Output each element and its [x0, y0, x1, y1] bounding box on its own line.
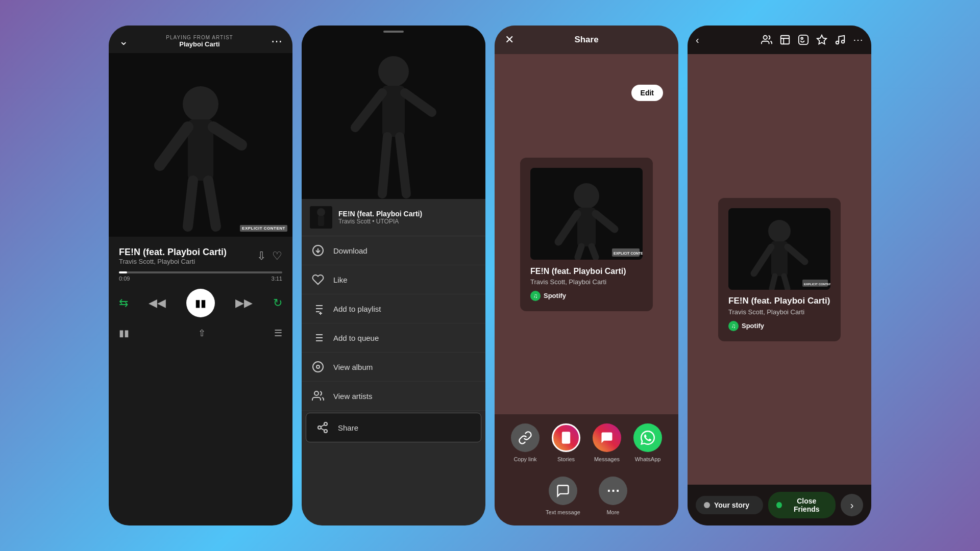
svg-line-67: [784, 276, 788, 289]
forward-button[interactable]: ›: [841, 494, 863, 516]
share-sheet-panel: ✕ Share Edit EXPLICIT CONTENT FE!: [495, 26, 678, 525]
svg-text:EXPLICIT CONTENT: EXPLICIT CONTENT: [804, 283, 830, 286]
share-card: EXPLICIT CONTENT FE!N (feat. Playboi Car…: [520, 158, 653, 311]
music-nav-icon[interactable]: [835, 34, 846, 45]
share-apps-row-1: Copy link Stories Messages WhatsApp: [495, 414, 678, 471]
share-button[interactable]: ⇧: [198, 328, 206, 339]
progress-bar-area: 0:09 3:11: [109, 269, 292, 284]
svg-point-34: [313, 362, 323, 372]
menu-item-share[interactable]: Share: [306, 413, 481, 442]
svg-rect-57: [799, 35, 808, 44]
close-friends-button[interactable]: Close Friends: [768, 492, 836, 518]
messages-label: Messages: [594, 456, 620, 462]
edit-button[interactable]: Edit: [631, 85, 663, 101]
more-options-icon[interactable]: ⋯: [271, 35, 282, 48]
whatsapp-icon: [633, 423, 662, 452]
context-album-art: [302, 26, 485, 199]
context-song-subtitle: Travis Scott • UTOPIA: [338, 218, 422, 225]
share-spotify-logo: ♫ Spotify: [530, 291, 643, 301]
share-app-messages[interactable]: Messages: [593, 423, 621, 462]
text-nav-icon[interactable]: [779, 34, 791, 45]
story-spotify-icon: ♫: [728, 321, 739, 331]
share-app-stories[interactable]: Stories: [552, 423, 580, 462]
prev-button[interactable]: ◀◀: [149, 296, 166, 310]
share-close-button[interactable]: ✕: [505, 33, 514, 46]
context-song-header: FE!N (feat. Playboi Carti) Travis Scott …: [302, 199, 485, 236]
playing-info: PLAYING FROM ARTIST Playboi Carti: [166, 35, 233, 48]
shuffle-button[interactable]: ⇆: [119, 296, 128, 310]
playing-from-label: PLAYING FROM ARTIST: [166, 35, 233, 40]
menu-item-like[interactable]: Like: [302, 265, 485, 294]
share-card-area: Edit EXPLICIT CONTENT FE!N (feat. Playbo…: [495, 54, 678, 414]
svg-point-37: [324, 422, 327, 425]
copy-link-icon: [511, 423, 540, 452]
svg-point-59: [836, 41, 839, 44]
story-card-title: FE!N (feat. Playboi Carti): [728, 296, 830, 306]
view-album-menu-icon: [312, 361, 324, 373]
share-app-text-message[interactable]: Text message: [546, 477, 580, 515]
stories-icon: [552, 423, 580, 452]
share-app-whatsapp[interactable]: WhatsApp: [633, 423, 662, 462]
chevron-down-icon[interactable]: ⌄: [119, 35, 128, 48]
more-nav-icon[interactable]: ⋯: [853, 34, 863, 46]
cast-button[interactable]: ▮▮: [119, 328, 129, 339]
svg-line-40: [321, 429, 325, 431]
like-menu-icon: [312, 273, 324, 286]
svg-point-58: [801, 37, 803, 39]
svg-point-60: [842, 40, 845, 43]
menu-item-view-album[interactable]: View album: [302, 353, 485, 382]
repeat-button[interactable]: ↻: [273, 296, 282, 310]
svg-point-62: [768, 220, 791, 242]
next-button[interactable]: ▶▶: [235, 296, 253, 310]
messages-icon: [593, 423, 621, 452]
text-message-label: Text message: [546, 509, 580, 515]
time-total: 3:11: [272, 276, 282, 282]
your-story-button[interactable]: Your story: [696, 496, 763, 514]
share-apps-row-2: Text message ⋯ More: [495, 471, 678, 525]
menu-item-add-queue[interactable]: Add to queue: [302, 323, 485, 353]
effects-nav-icon[interactable]: [816, 34, 827, 45]
album-art: EXPLICIT CONTENT: [109, 53, 292, 237]
album-art-svg: [109, 53, 292, 237]
share-menu-label: Share: [338, 423, 358, 432]
like-menu-label: Like: [333, 276, 348, 284]
svg-point-36: [314, 391, 318, 395]
progress-track[interactable]: [119, 271, 282, 273]
share-card-title: FE!N (feat. Playboi Carti): [530, 267, 643, 276]
share-app-copy-link[interactable]: Copy link: [511, 423, 540, 462]
svg-text:EXPLICIT CONTENT: EXPLICIT CONTENT: [614, 252, 643, 255]
menu-item-download[interactable]: Download: [302, 236, 485, 265]
story-card: EXPLICIT CONTENT FE!N (feat. Playboi Car…: [718, 198, 841, 341]
share-app-more[interactable]: ⋯ More: [599, 477, 627, 515]
like-icon[interactable]: ♡: [272, 249, 282, 263]
share-card-art: EXPLICIT CONTENT: [530, 168, 643, 260]
menu-item-view-artists[interactable]: View artists: [302, 382, 485, 411]
drag-handle[interactable]: [383, 31, 404, 33]
people-nav-icon[interactable]: [761, 34, 772, 45]
queue-button[interactable]: ☰: [274, 328, 282, 339]
svg-line-47: [578, 246, 581, 257]
svg-line-7: [188, 181, 193, 227]
download-menu-icon: [312, 244, 324, 257]
story-content-area: EXPLICIT CONTENT FE!N (feat. Playboi Car…: [688, 54, 871, 485]
whatsapp-label: WhatsApp: [635, 456, 661, 462]
share-sheet-title: Share: [574, 35, 598, 45]
sticker-nav-icon[interactable]: [798, 34, 809, 45]
progress-fill: [119, 271, 127, 273]
progress-times: 0:09 3:11: [119, 276, 282, 282]
view-artists-menu-label: View artists: [333, 392, 372, 400]
close-friends-label: Close Friends: [786, 497, 827, 513]
pause-button[interactable]: ▮▮: [186, 289, 215, 317]
menu-item-add-playlist[interactable]: Add to playlist: [302, 294, 485, 323]
story-card-art: EXPLICIT CONTENT: [728, 208, 830, 290]
player-actions: ⇩ ♡: [257, 249, 282, 263]
share-sheet-header: ✕ Share: [495, 26, 678, 54]
song-title: FE!N (feat. Playboi Carti): [119, 247, 227, 258]
add-queue-menu-icon: [312, 332, 324, 344]
download-icon[interactable]: ⇩: [257, 249, 266, 263]
svg-rect-51: [562, 432, 570, 443]
bottom-controls: ▮▮ ⇧ ☰: [109, 322, 292, 349]
back-button[interactable]: ‹: [696, 34, 699, 46]
song-artist: Travis Scott, Playboi Carti: [119, 258, 227, 265]
nav-icons: ⋯: [761, 34, 863, 46]
